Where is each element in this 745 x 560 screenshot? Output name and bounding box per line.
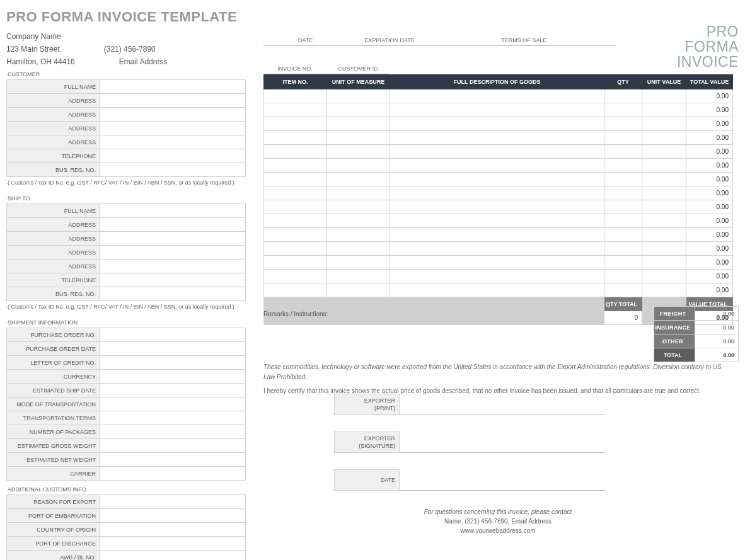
shipto-address-4[interactable]: [100, 260, 246, 273]
row-cell[interactable]: [604, 103, 642, 117]
row-cell[interactable]: [642, 270, 686, 283]
row-cell[interactable]: [327, 200, 390, 214]
shipto-address-2[interactable]: [100, 232, 246, 246]
customer-address-1[interactable]: [100, 94, 246, 108]
row-cell[interactable]: [264, 214, 327, 228]
customer-fullname[interactable]: [100, 80, 246, 94]
row-cell[interactable]: [642, 173, 686, 186]
reason[interactable]: [100, 495, 246, 509]
gross[interactable]: [100, 439, 246, 453]
row-cell[interactable]: [604, 200, 642, 214]
port-emb[interactable]: [100, 509, 246, 523]
currency[interactable]: [100, 370, 246, 384]
po-no[interactable]: [100, 328, 246, 342]
row-cell[interactable]: [327, 242, 390, 256]
row-cell[interactable]: [264, 270, 327, 283]
row-cell[interactable]: [604, 228, 642, 242]
row-cell[interactable]: [642, 131, 686, 145]
hdr-invoice-no[interactable]: INVOICE NO.: [263, 54, 326, 74]
row-cell[interactable]: [604, 214, 642, 228]
row-cell[interactable]: [390, 145, 604, 159]
row-cell[interactable]: [604, 159, 642, 173]
row-cell[interactable]: [604, 131, 642, 145]
customer-busreg[interactable]: [100, 163, 246, 177]
exporter-sig-line[interactable]: [400, 435, 605, 453]
exporter-print-line[interactable]: [400, 397, 605, 415]
shipto-busreg[interactable]: [100, 287, 246, 301]
row-cell[interactable]: [327, 173, 390, 186]
net[interactable]: [100, 453, 246, 467]
hdr-expiration[interactable]: EXPIRATION DATE: [347, 25, 431, 45]
row-cell[interactable]: [604, 186, 642, 200]
row-cell[interactable]: [264, 283, 327, 297]
row-cell[interactable]: [642, 89, 686, 103]
row-cell[interactable]: [264, 256, 327, 270]
row-cell[interactable]: [642, 214, 686, 228]
row-cell[interactable]: [264, 228, 327, 242]
country[interactable]: [100, 523, 246, 537]
shipto-address-1[interactable]: [100, 218, 246, 232]
row-cell[interactable]: [327, 256, 390, 270]
row-cell[interactable]: [264, 173, 327, 186]
row-cell[interactable]: [604, 145, 642, 159]
row-cell[interactable]: [264, 242, 327, 256]
row-cell[interactable]: [642, 283, 686, 297]
date-line[interactable]: [400, 472, 605, 491]
row-cell[interactable]: [604, 270, 642, 283]
row-cell[interactable]: [327, 117, 390, 131]
row-cell[interactable]: [264, 186, 327, 200]
row-cell[interactable]: [390, 103, 604, 117]
row-cell[interactable]: [327, 228, 390, 242]
mode[interactable]: [100, 397, 246, 411]
row-cell[interactable]: [390, 256, 604, 270]
row-cell[interactable]: [327, 159, 390, 173]
row-cell[interactable]: [390, 117, 604, 131]
row-cell[interactable]: [264, 159, 327, 173]
row-cell[interactable]: [390, 89, 604, 103]
hdr-customer-id[interactable]: CUSTOMER ID: [326, 54, 390, 74]
row-cell[interactable]: [642, 145, 686, 159]
row-cell[interactable]: [264, 200, 327, 214]
customer-address-2[interactable]: [100, 108, 246, 122]
row-cell[interactable]: [390, 186, 604, 200]
row-cell[interactable]: [642, 228, 686, 242]
row-cell[interactable]: [264, 89, 327, 103]
customer-address-4[interactable]: [100, 135, 246, 149]
carrier[interactable]: [100, 467, 246, 481]
row-cell[interactable]: [264, 131, 327, 145]
row-cell[interactable]: [642, 186, 686, 200]
hdr-date[interactable]: DATE: [263, 25, 347, 45]
hdr-terms[interactable]: TERMS OF SALE: [432, 25, 616, 45]
loc-no[interactable]: [100, 356, 246, 370]
row-cell[interactable]: [390, 270, 604, 283]
awb[interactable]: [100, 551, 246, 561]
row-cell[interactable]: [604, 117, 642, 131]
row-cell[interactable]: [390, 173, 604, 186]
row-cell[interactable]: [390, 283, 604, 297]
row-cell[interactable]: [327, 103, 390, 117]
row-cell[interactable]: [642, 256, 686, 270]
row-cell[interactable]: [642, 200, 686, 214]
row-cell[interactable]: [327, 131, 390, 145]
row-cell[interactable]: [390, 131, 604, 145]
shipto-address-3[interactable]: [100, 246, 246, 260]
row-cell[interactable]: [327, 186, 390, 200]
row-cell[interactable]: [327, 89, 390, 103]
row-cell[interactable]: [604, 173, 642, 186]
row-cell[interactable]: [264, 103, 327, 117]
row-cell[interactable]: [327, 145, 390, 159]
est-ship[interactable]: [100, 384, 246, 397]
row-cell[interactable]: [642, 242, 686, 256]
row-cell[interactable]: [390, 242, 604, 256]
po-date[interactable]: [100, 342, 246, 356]
row-cell[interactable]: [642, 103, 686, 117]
row-cell[interactable]: [642, 159, 686, 173]
shipto-telephone[interactable]: [100, 273, 246, 287]
row-cell[interactable]: [642, 117, 686, 131]
port-dis[interactable]: [100, 537, 246, 551]
customer-telephone[interactable]: [100, 149, 246, 163]
row-cell[interactable]: [604, 283, 642, 297]
row-cell[interactable]: [264, 145, 327, 159]
row-cell[interactable]: [390, 214, 604, 228]
num-pkg[interactable]: [100, 425, 246, 439]
